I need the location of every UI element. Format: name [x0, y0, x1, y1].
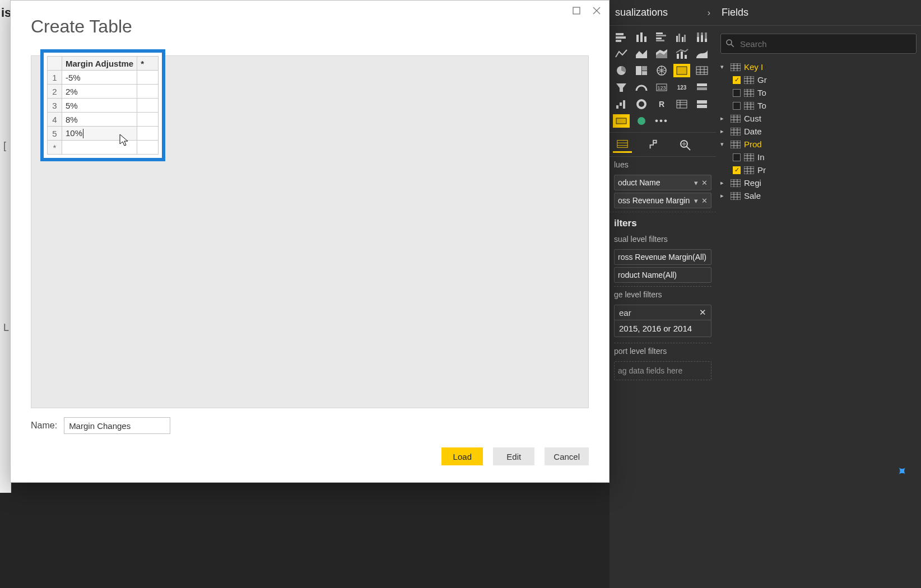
- more-visuals-icon[interactable]: •••: [653, 114, 670, 128]
- filled-map-icon[interactable]: [673, 64, 690, 77]
- checkbox-icon[interactable]: ✓: [733, 166, 741, 174]
- treemap-icon[interactable]: [633, 64, 650, 77]
- cell-empty[interactable]: [137, 85, 159, 99]
- kpi-icon[interactable]: 123: [673, 81, 690, 94]
- field-item[interactable]: ✓Pr: [717, 164, 920, 176]
- visualizations-header[interactable]: sualizations ›: [610, 0, 716, 26]
- cell-empty[interactable]: [137, 113, 159, 127]
- arcgis-icon[interactable]: [633, 114, 650, 128]
- field-label: In: [757, 152, 765, 162]
- fields-search: [720, 34, 917, 54]
- svg-rect-2: [616, 40, 621, 42]
- line-chart-icon[interactable]: [613, 47, 630, 60]
- maximize-button[interactable]: [568, 3, 585, 18]
- table-row[interactable]: 510%: [48, 127, 159, 141]
- cell-value[interactable]: -5%: [62, 71, 137, 85]
- clustered-bar-icon[interactable]: [653, 30, 670, 44]
- field-item[interactable]: To: [717, 99, 920, 112]
- remove-icon[interactable]: ✕: [701, 179, 708, 187]
- cell-value[interactable]: 2%: [62, 85, 137, 99]
- column-header-margin-adjustment[interactable]: Margin Adjustme: [62, 57, 137, 71]
- funnel-icon[interactable]: [613, 81, 630, 94]
- table-visual-icon[interactable]: [694, 64, 710, 77]
- chevron-down-icon[interactable]: ▾: [694, 197, 698, 205]
- close-button[interactable]: [588, 3, 606, 18]
- clustered-column-icon[interactable]: [673, 30, 690, 44]
- fields-table-regi[interactable]: ▸Regi: [717, 176, 920, 189]
- format-tab-icon[interactable]: [644, 136, 663, 153]
- cell-empty[interactable]: [137, 99, 159, 113]
- ribbon-chart-icon[interactable]: [694, 47, 710, 60]
- cell-value[interactable]: 5%: [62, 99, 137, 113]
- cell-value[interactable]: 8%: [62, 113, 137, 127]
- combo-chart-icon[interactable]: [673, 47, 690, 60]
- stacked-area-icon[interactable]: [653, 47, 670, 60]
- value-chip-gross-revenue-margin[interactable]: oss Revenue Margin ▾✕: [614, 193, 711, 208]
- table-row[interactable]: 48%: [48, 113, 159, 127]
- fields-table-date[interactable]: ▸Date: [717, 125, 920, 138]
- expand-icon[interactable]: ▸: [720, 179, 727, 186]
- data-grid[interactable]: Margin Adjustme * 1-5%22%35%48%510%*: [47, 56, 159, 155]
- expand-icon[interactable]: ▸: [720, 192, 727, 199]
- cell-empty[interactable]: [137, 141, 159, 155]
- checkbox-icon[interactable]: ✓: [733, 76, 741, 84]
- cancel-button[interactable]: Cancel: [545, 447, 589, 465]
- cell-empty[interactable]: [137, 71, 159, 85]
- value-chip-product-name[interactable]: oduct Name ▾✕: [614, 175, 711, 190]
- load-button[interactable]: Load: [441, 447, 483, 465]
- add-column-marker[interactable]: *: [137, 57, 159, 71]
- fields-header[interactable]: Fields: [716, 0, 921, 26]
- fields-search-input[interactable]: [720, 34, 917, 54]
- fields-table-prod[interactable]: ▾Prod: [717, 138, 920, 151]
- r-visual-icon[interactable]: R: [653, 97, 670, 111]
- expand-icon[interactable]: ▾: [720, 63, 727, 71]
- visual-filter-product-name[interactable]: roduct Name(All): [614, 267, 711, 283]
- page-filter-year[interactable]: ear✕ 2015, 2016 or 2014: [614, 305, 711, 337]
- visual-filter-gross-revenue[interactable]: ross Revenue Margin(All): [614, 249, 711, 265]
- data-canvas[interactable]: Margin Adjustme * 1-5%22%35%48%510%*: [31, 55, 589, 408]
- expand-icon[interactable]: ▸: [720, 128, 727, 135]
- fields-tab-icon[interactable]: [613, 136, 632, 153]
- field-item[interactable]: To: [717, 86, 920, 99]
- area-chart-icon[interactable]: [633, 47, 650, 60]
- cell-empty[interactable]: [137, 127, 159, 141]
- fields-table-cust[interactable]: ▸Cust: [717, 112, 920, 125]
- fields-table-key i[interactable]: ▾Key I: [717, 60, 920, 73]
- edit-button[interactable]: Edit: [493, 447, 534, 465]
- report-filters-dropzone[interactable]: ag data fields here: [614, 361, 711, 380]
- matrix-icon[interactable]: [673, 97, 690, 111]
- fields-table-sale[interactable]: ▸Sale: [717, 189, 920, 202]
- table-row[interactable]: 22%: [48, 85, 159, 99]
- hundred-stacked-icon[interactable]: [694, 30, 710, 44]
- cell-empty[interactable]: [62, 141, 137, 155]
- card-icon[interactable]: 123: [653, 81, 670, 94]
- remove-icon[interactable]: ✕: [699, 307, 706, 318]
- pie-chart-icon[interactable]: [613, 64, 630, 77]
- multi-row-card-icon[interactable]: [694, 97, 710, 111]
- gauge-icon[interactable]: [633, 81, 650, 94]
- stacked-bar-icon[interactable]: [613, 30, 630, 44]
- checkbox-icon[interactable]: [733, 102, 741, 110]
- checkbox-icon[interactable]: [733, 153, 741, 161]
- svg-rect-1: [616, 36, 626, 39]
- waterfall-icon[interactable]: [613, 97, 630, 111]
- chevron-down-icon[interactable]: ▾: [694, 179, 698, 187]
- expand-icon[interactable]: ▸: [720, 115, 727, 122]
- checkbox-icon[interactable]: [733, 89, 741, 97]
- table-name-input[interactable]: [64, 417, 170, 434]
- slicer-icon[interactable]: [694, 81, 710, 94]
- remove-icon[interactable]: ✕: [701, 197, 708, 205]
- table-row[interactable]: 1-5%: [48, 71, 159, 85]
- field-item[interactable]: In: [717, 151, 920, 164]
- map-icon[interactable]: [653, 64, 670, 77]
- svg-rect-92: [731, 128, 741, 136]
- donut-icon[interactable]: [633, 97, 650, 111]
- expand-icon[interactable]: ▾: [720, 141, 727, 148]
- cell-value[interactable]: 10%: [62, 127, 137, 141]
- stacked-column-icon[interactable]: [633, 30, 650, 44]
- field-item[interactable]: ✓Gr: [717, 73, 920, 86]
- analytics-tab-icon[interactable]: [676, 136, 695, 153]
- table-row[interactable]: 35%: [48, 99, 159, 113]
- new-row[interactable]: *: [48, 141, 159, 155]
- python-visual-icon[interactable]: [613, 114, 630, 128]
